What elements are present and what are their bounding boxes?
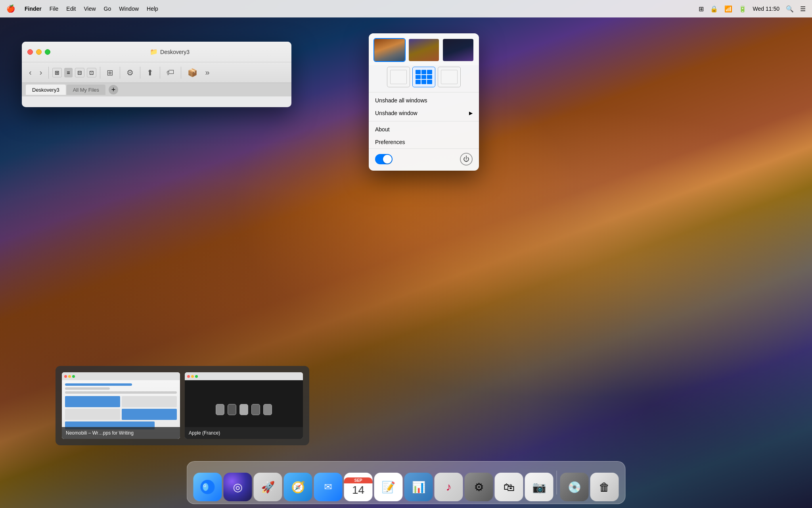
tab-deskovery3-label: Deskovery3 — [32, 87, 59, 93]
finder-title: 📁 Deskovery3 — [54, 48, 286, 56]
dock-keynote[interactable]: 📊 — [404, 473, 433, 501]
battery-icon[interactable]: 🔋 — [739, 5, 747, 13]
toolbar-separator-1 — [48, 67, 49, 79]
watch-4 — [251, 404, 260, 415]
wallpaper-thumb-3[interactable] — [442, 38, 474, 62]
preview-close-dot — [64, 375, 67, 378]
browser-content-2: Apple (France) — [185, 380, 303, 439]
sysprefs-icon: ⚙ — [474, 481, 484, 494]
watch-5 — [263, 404, 272, 415]
enable-toggle[interactable] — [375, 154, 393, 164]
calendar-day: 14 — [352, 483, 364, 497]
preview-max-dot — [72, 375, 75, 378]
close-button[interactable] — [27, 49, 33, 55]
dock-calendar[interactable]: SEP 14 — [344, 473, 373, 501]
dock-dvd[interactable]: 💿 — [560, 473, 589, 501]
dock-sysprefs[interactable]: ⚙ — [465, 473, 493, 501]
dock-trash[interactable]: 🗑 — [590, 473, 619, 501]
submenu-arrow-icon: ▶ — [469, 110, 473, 116]
browser-preview-1[interactable]: Neomobili – Wr…pps for Writing — [62, 372, 180, 439]
column-view-button[interactable]: ⊟ — [75, 68, 84, 77]
layout-single-left[interactable] — [387, 67, 410, 87]
menubar: 🍎 Finder File Edit View Go Window Help ⊞… — [0, 0, 812, 17]
preview-close-dot-2 — [187, 375, 190, 378]
layout-single-right[interactable] — [438, 67, 461, 87]
share-button[interactable]: ⬆ — [144, 66, 157, 79]
layout-grid[interactable] — [412, 67, 435, 87]
toolbar-separator-2 — [100, 67, 100, 79]
tab-all-my-files[interactable]: All My Files — [67, 85, 105, 95]
dock-mail[interactable]: ✉ — [314, 473, 343, 501]
wallpaper-thumb-2[interactable] — [408, 38, 440, 62]
preferences-label: Preferences — [375, 139, 405, 145]
toolbar-separator-3 — [120, 67, 120, 79]
apple-menu-icon[interactable]: 🍎 — [6, 4, 15, 13]
menubar-window[interactable]: Window — [119, 6, 139, 12]
mission-control-icon[interactable]: ⊞ — [699, 5, 704, 13]
dock-launchpad[interactable]: 🚀 — [254, 473, 282, 501]
reminders-icon: 📝 — [381, 481, 395, 494]
preview-label-1: Neomobili – Wr…pps for Writing — [62, 427, 180, 439]
popup-divider-1 — [369, 92, 479, 92]
menubar-view[interactable]: View — [84, 6, 96, 12]
list-view-button[interactable]: ≡ — [64, 68, 72, 77]
finder-tabs: Deskovery3 All My Files + — [22, 83, 291, 96]
toolbar-separator-5 — [160, 67, 160, 79]
menubar-file[interactable]: File — [50, 6, 59, 12]
minimize-button[interactable] — [36, 49, 42, 55]
action-button[interactable]: ⚙ — [123, 66, 137, 79]
dropbox-button[interactable]: 📦 — [184, 66, 201, 79]
menubar-finder[interactable]: Finder — [25, 6, 42, 12]
tab-deskovery3[interactable]: Deskovery3 — [26, 85, 66, 95]
watch-2 — [228, 404, 236, 415]
mail-icon: ✉ — [324, 481, 332, 493]
browser-previews: Neomobili – Wr…pps for Writing Apple (Fr… — [56, 366, 309, 445]
preview-label-2: Apple (France) — [185, 427, 303, 439]
dock-image-capture[interactable]: 📷 — [525, 473, 553, 501]
wifi-icon[interactable]: 📶 — [724, 5, 732, 13]
image-capture-icon: 📷 — [532, 481, 546, 494]
about-item[interactable]: About — [369, 123, 479, 136]
folder-icon: 📁 — [150, 48, 158, 56]
search-icon[interactable]: 🔍 — [786, 5, 794, 13]
cover-flow-button[interactable]: ⊡ — [87, 68, 96, 77]
dock-safari[interactable]: 🧭 — [284, 473, 312, 501]
dock-finder[interactable] — [193, 473, 222, 501]
launchpad-icon: 🚀 — [261, 481, 275, 494]
menubar-help[interactable]: Help — [147, 6, 158, 12]
dock: ◎ 🚀 🧭 ✉ SEP 14 📝 📊 ♪ ⚙ 🛍 📷 💿 — [187, 461, 626, 504]
more-button[interactable]: » — [202, 66, 213, 79]
dock-itunes[interactable]: ♪ — [435, 473, 463, 501]
popup-bottom-bar: ⏻ — [369, 148, 479, 169]
preferences-item[interactable]: Preferences — [369, 136, 479, 148]
toolbar-separator-4 — [140, 67, 140, 79]
grid-view-button[interactable]: ⊞ — [103, 66, 117, 79]
menubar-edit[interactable]: Edit — [66, 6, 76, 12]
add-tab-button[interactable]: + — [109, 85, 118, 94]
photos-bag-icon: 🛍 — [504, 481, 515, 494]
forward-button[interactable]: › — [36, 66, 46, 79]
lock-icon[interactable]: 🔒 — [710, 5, 718, 13]
tag-button[interactable]: 🏷 — [163, 66, 178, 79]
preview-min-dot-2 — [191, 375, 194, 378]
unshade-window-item[interactable]: Unshade window ▶ — [369, 107, 479, 119]
browser-preview-2[interactable]: Apple (France) — [185, 372, 303, 439]
power-icon: ⏻ — [463, 156, 469, 163]
unshade-all-windows-label: Unshade all windows — [375, 97, 427, 104]
dock-photos-bag[interactable]: 🛍 — [495, 473, 523, 501]
dock-siri[interactable]: ◎ — [224, 473, 252, 501]
power-button[interactable]: ⏻ — [460, 153, 473, 165]
unshade-all-windows-item[interactable]: Unshade all windows — [369, 94, 479, 107]
dock-reminders[interactable]: 📝 — [374, 473, 403, 501]
menubar-go[interactable]: Go — [104, 6, 111, 12]
back-button[interactable]: ‹ — [26, 66, 35, 79]
wallpaper-thumb-1[interactable] — [373, 38, 406, 62]
preview-title-1: Neomobili – Wr…pps for Writing — [66, 430, 134, 436]
icon-view-button[interactable]: ⊞ — [52, 68, 62, 77]
maximize-button[interactable] — [45, 49, 50, 55]
wallpaper-thumbnails — [369, 33, 479, 65]
layout-thumbnails — [369, 65, 479, 90]
menu-icon[interactable]: ☰ — [800, 5, 806, 13]
unshade-window-label: Unshade window — [375, 110, 417, 116]
menubar-right: ⊞ 🔒 📶 🔋 Wed 11:50 🔍 ☰ — [699, 5, 806, 13]
